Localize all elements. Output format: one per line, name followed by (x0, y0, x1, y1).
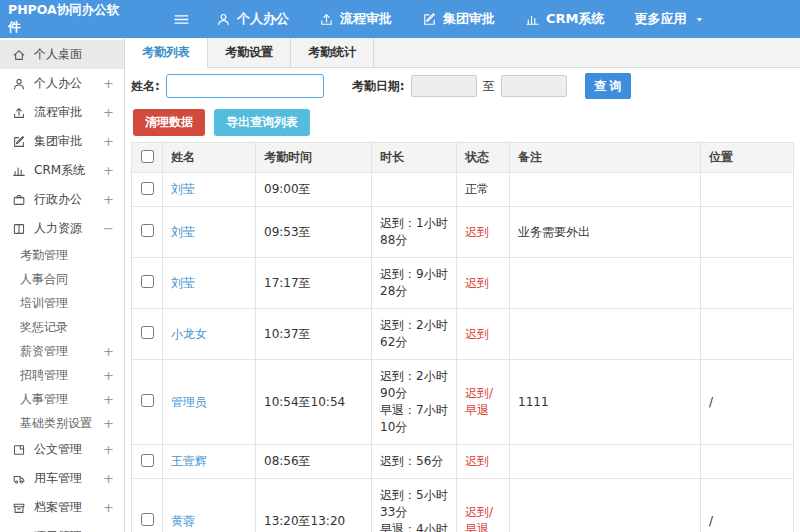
duration-cell: 迟到：56分 (372, 445, 457, 479)
expander-icon[interactable]: + (103, 105, 114, 120)
employee-name-link[interactable]: 刘莹 (171, 276, 195, 290)
sidebar-item-workflow-approval[interactable]: 流程审批+ (0, 98, 124, 127)
duration-cell: 迟到：2小时90分 早退：7小时10分 (372, 360, 457, 445)
sidebar-item-label: 考勤管理 (20, 247, 68, 264)
clean-data-button[interactable]: 清理数据 (133, 109, 205, 136)
query-button[interactable]: 查 询 (585, 73, 631, 99)
sidebar-item-project-management[interactable]: 项目管理+ (0, 522, 124, 532)
expander-icon[interactable]: + (103, 344, 114, 359)
row-checkbox[interactable] (141, 394, 154, 407)
sidebar-subitem-base-category-settings[interactable]: 基础类别设置+ (0, 411, 124, 435)
sidebar-item-human-resources[interactable]: 人力资源− (0, 214, 124, 243)
employee-name-link[interactable]: 刘莹 (171, 225, 195, 239)
tab-attendance-settings[interactable]: 考勤设置 (208, 38, 291, 67)
row-checkbox[interactable] (141, 326, 154, 339)
expander-icon[interactable]: + (103, 442, 114, 457)
tab-attendance-stats[interactable]: 考勤统计 (291, 38, 374, 67)
attendance-time-cell: 09:00至 (256, 173, 372, 207)
location-cell (701, 173, 794, 207)
expander-icon[interactable]: + (103, 392, 114, 407)
chart-icon (525, 12, 540, 27)
sidebar-subitem-recruitment-management[interactable]: 招聘管理+ (0, 363, 124, 387)
name-label: 姓名: (131, 78, 160, 95)
attendance-time-cell: 09:53至 (256, 207, 372, 258)
sidebar-item-label: 集团审批 (34, 133, 82, 150)
sidebar-item-label: 项目管理 (34, 528, 82, 532)
expander-icon[interactable]: + (103, 76, 114, 91)
menu-icon (173, 11, 190, 28)
name-input[interactable] (166, 74, 324, 98)
attendance-date-label: 考勤日期: (352, 78, 405, 95)
tab-attendance-list[interactable]: 考勤列表 (125, 38, 208, 68)
employee-name-link[interactable]: 王壹辉 (171, 454, 207, 468)
status-cell: 迟到 (457, 445, 510, 479)
expander-icon[interactable]: + (103, 163, 114, 178)
row-checkbox-cell (132, 479, 163, 532)
expander-icon[interactable]: − (103, 221, 114, 236)
remark-cell (510, 258, 701, 309)
table-row: 刘莹17:17至迟到：9小时28分迟到 (132, 258, 794, 309)
date-from-input[interactable] (411, 75, 477, 97)
nav-item-personal-office[interactable]: 个人办公 (216, 10, 289, 28)
name-cell: 黄蓉 (163, 479, 256, 532)
user-icon (12, 77, 26, 91)
doc-icon (12, 443, 26, 457)
expander-icon[interactable]: + (103, 416, 114, 431)
export-list-button[interactable]: 导出查询列表 (214, 109, 310, 136)
status-cell: 迟到 (457, 258, 510, 309)
sidebar-item-label: 人事管理 (20, 391, 68, 408)
search-form: 姓名: 考勤日期: 至 查 询 (125, 68, 800, 104)
remark-cell: 1111 (510, 360, 701, 445)
date-to-input[interactable] (501, 75, 567, 97)
row-checkbox[interactable] (141, 513, 154, 526)
sidebar-subitem-attendance-management[interactable]: 考勤管理 (0, 243, 124, 267)
duration-cell (372, 173, 457, 207)
sidebar-item-archive-management[interactable]: 档案管理+ (0, 493, 124, 522)
row-checkbox[interactable] (141, 182, 154, 195)
nav-item-group-approval[interactable]: 集团审批 (422, 10, 495, 28)
edit-icon (12, 135, 26, 149)
sidebar-item-personal-desktop[interactable]: 个人桌面 (0, 40, 124, 69)
name-cell: 刘莹 (163, 258, 256, 309)
nav-item-crm-system[interactable]: CRM系统 (525, 10, 605, 28)
expander-icon[interactable]: + (103, 192, 114, 207)
sidebar-item-admin-office[interactable]: 行政办公+ (0, 185, 124, 214)
employee-name-link[interactable]: 黄蓉 (171, 514, 195, 528)
expander-icon[interactable]: + (103, 134, 114, 149)
sidebar-item-crm-system[interactable]: CRM系统+ (0, 156, 124, 185)
menu-icon[interactable] (173, 11, 190, 28)
table-row: 黄蓉13:20至13:20迟到：5小时33分 早退：4小时67分迟到/早退/ (132, 479, 794, 532)
app-logo[interactable]: PHPOA协同办公软件 (0, 2, 125, 36)
sidebar-item-document-management[interactable]: 公文管理+ (0, 435, 124, 464)
flow-icon (12, 106, 26, 120)
sidebar-subitem-salary-management[interactable]: 薪资管理+ (0, 339, 124, 363)
sidebar-item-group-approval[interactable]: 集团审批+ (0, 127, 124, 156)
sidebar-item-label: 用车管理 (34, 470, 82, 487)
row-checkbox[interactable] (141, 224, 154, 237)
sidebar-item-label: 个人桌面 (34, 46, 82, 63)
status-cell: 迟到 (457, 309, 510, 360)
nav-item-workflow-approval[interactable]: 流程审批 (319, 10, 392, 28)
nav-item-more-apps[interactable]: 更多应用 (635, 10, 706, 28)
employee-name-link[interactable]: 管理员 (171, 395, 207, 409)
employee-name-link[interactable]: 刘莹 (171, 182, 195, 196)
expander-icon[interactable]: + (103, 368, 114, 383)
employee-name-link[interactable]: 小龙女 (171, 327, 207, 341)
sidebar-item-label: 基础类别设置 (20, 415, 92, 432)
expander-icon[interactable]: + (103, 471, 114, 486)
row-checkbox[interactable] (141, 275, 154, 288)
sidebar-subitem-personnel-management[interactable]: 人事管理+ (0, 387, 124, 411)
expander-icon[interactable]: + (103, 500, 114, 515)
main-content: 考勤列表考勤设置考勤统计 姓名: 考勤日期: 至 查 询 清理数据 导出查询列表… (125, 38, 800, 532)
sidebar-item-vehicle-management[interactable]: 用车管理+ (0, 464, 124, 493)
sidebar-item-personal-office[interactable]: 个人办公+ (0, 69, 124, 98)
table-header-row: 姓名考勤时间时长状态备注位置 (132, 143, 794, 173)
select-all-checkbox[interactable] (141, 150, 154, 163)
sidebar-subitem-rewards-records[interactable]: 奖惩记录 (0, 315, 124, 339)
column-header: 考勤时间 (256, 143, 372, 173)
sidebar-subitem-training-management[interactable]: 培训管理 (0, 291, 124, 315)
sidebar-subitem-hr-contract[interactable]: 人事合同 (0, 267, 124, 291)
row-checkbox[interactable] (141, 454, 154, 467)
sidebar-item-label: 奖惩记录 (20, 319, 68, 336)
column-header: 位置 (701, 143, 794, 173)
